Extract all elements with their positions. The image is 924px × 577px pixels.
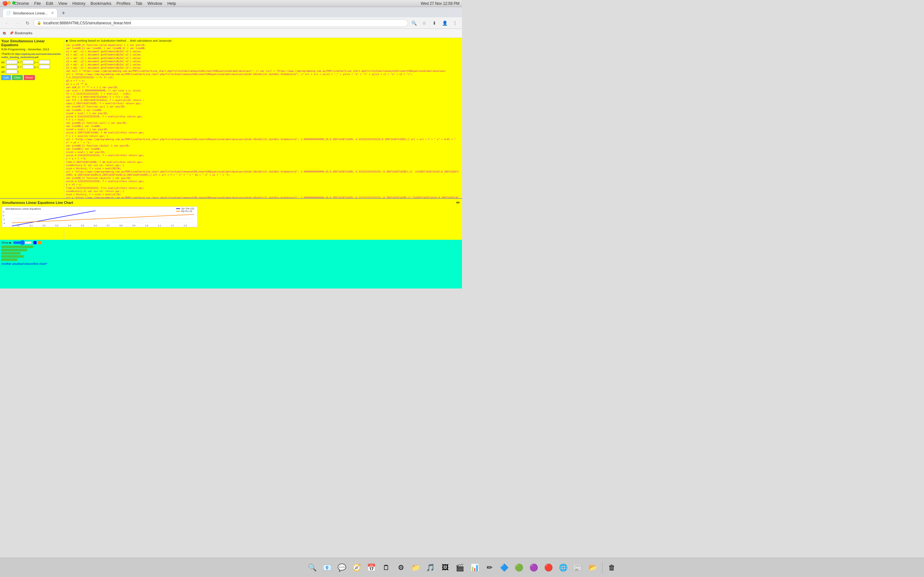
calc-button[interactable]: Calc [1, 75, 11, 80]
menu-bar: Chrome File Edit View History Bookmarks … [14, 1, 176, 6]
bookmark-button[interactable]: ☆ [420, 19, 429, 27]
chrome-toolbar: ← → ↻ 🔒 localhost:8888/HTMLCSS/simultane… [0, 17, 462, 29]
x-axis-label: 1.0 [140, 224, 153, 227]
y-label-n2: -2 [3, 218, 5, 221]
download-button[interactable]: ⬇ [430, 19, 439, 27]
legend-item-1: -3y=-10x (13) [176, 207, 194, 210]
toolbar-icons: 🔍 ☆ ⬇ 👤 ⋮ [409, 19, 459, 27]
x-axis-labels: 0.00.10.20.30.40.50.60.70.80.91.01.11.21… [12, 224, 192, 227]
titlebar-datetime: Wed 27 Nov 12:58 PM [421, 1, 459, 6]
chart-section: Simultaneous Linear Equations Line Chart… [0, 198, 462, 230]
pencil-icon[interactable]: ✏ [456, 200, 460, 205]
eq2-y1-input[interactable] [23, 65, 34, 69]
close-button[interactable] [3, 1, 6, 5]
address-bar[interactable]: 🔒 localhost:8888/HTMLCSS/simultaneous_li… [33, 19, 408, 27]
tab-bar: 📄 Simultaneous Linear... ✕ + [0, 7, 462, 17]
another-link-container: Another area/bar/column/line chart? [1, 262, 461, 266]
url-text: localhost:8888/HTMLCSS/simultaneous_line… [43, 21, 131, 25]
show-working-bar: ▶ Show working based on Substitution Met… [66, 39, 460, 42]
titlebar: 🍎 Chrome File Edit View History Bookmark… [0, 0, 462, 7]
x-axis-label: 1.2 [166, 224, 179, 227]
refresh-button[interactable]: ↻ [23, 19, 32, 27]
menu-profiles[interactable]: Profiles [116, 1, 130, 6]
x-axis-label: 0.0 [12, 224, 25, 227]
eq1-x-label: x + [18, 61, 22, 64]
menu-help[interactable]: Help [168, 1, 176, 6]
menu-edit[interactable]: Edit [46, 1, 53, 6]
eq2-x-label: x + [18, 65, 22, 69]
x-axis-label: 0.7 [102, 224, 115, 227]
forward-button[interactable]: → [13, 19, 22, 27]
menu-file[interactable]: File [34, 1, 41, 6]
profile-button[interactable]: 👤 [440, 19, 449, 27]
menu-window[interactable]: Window [147, 1, 162, 6]
x-axis-label: 1.3 [179, 224, 192, 227]
eq3-t-label: t [18, 70, 19, 73]
green-bar [1, 252, 21, 255]
menu-chrome[interactable]: Chrome [14, 1, 29, 6]
legend-label-1: -3y=-10x (13) [181, 207, 194, 210]
y-label-n4: -4 [3, 221, 5, 226]
green-bars [1, 245, 461, 261]
y-label-0: 0 [3, 214, 5, 218]
x-axis-label: 0.2 [37, 224, 50, 227]
color-swatch-1 [33, 241, 37, 244]
chart-title-row: Simultaneous Linear Equations Line Chart… [2, 200, 460, 205]
eq3-label: a3: [1, 70, 5, 73]
x-axis-label: 1.1 [153, 224, 166, 227]
x-axis-label: 0.9 [128, 224, 140, 227]
browser-tab-1[interactable]: 📄 Simultaneous Linear... ✕ [3, 8, 57, 17]
x-axis-label: 0.1 [25, 224, 37, 227]
reset-button[interactable]: Reset [24, 75, 35, 80]
browser-content: Your Simultaneous Linear Equations RJM P… [0, 38, 462, 288]
eq1-x1-input[interactable] [6, 60, 17, 64]
button-row: Calc Clear Reset [1, 75, 63, 80]
tab-close-button[interactable]: ✕ [51, 11, 54, 15]
bookmarks-label: 📚 [3, 32, 6, 35]
x-axis-label: 0.8 [115, 224, 128, 227]
slider-row: Show ▶ [1, 241, 461, 244]
eq1-z1-input[interactable] [39, 60, 50, 64]
more-button[interactable]: ⋮ [451, 19, 459, 27]
x-axis-label: 0.4 [63, 224, 76, 227]
slider-label: Show ▶ [1, 241, 11, 244]
eq3-s-input[interactable] [6, 69, 17, 74]
clear-button[interactable]: Clear [12, 75, 23, 80]
y-label-2: 2 [3, 210, 5, 214]
show-working-label[interactable]: ▶ Show working based on Substitution Met… [66, 39, 173, 42]
eq1-y1-input[interactable] [23, 60, 34, 64]
bookmark-item[interactable]: 📌 Bookmarks [8, 31, 34, 36]
eq2-y-label: y = [34, 65, 38, 69]
menu-tab[interactable]: Tab [136, 1, 142, 6]
green-bar [1, 249, 27, 251]
another-chart-link[interactable]: Another area/bar/column/line chart? [1, 262, 47, 266]
zoom-button[interactable]: 🔍 [409, 19, 418, 27]
new-tab-button[interactable]: + [59, 9, 68, 17]
eq2-x1-input[interactable] [6, 65, 17, 69]
eq2-z1-input[interactable] [39, 65, 50, 69]
traffic-lights [3, 1, 15, 5]
x-axis-label: 0.3 [50, 224, 63, 227]
green-bar [1, 258, 17, 261]
tab-title: Simultaneous Linear... [13, 11, 48, 15]
minimize-button[interactable] [7, 1, 11, 5]
chart-area: Simultaneous Linear Equations -3y=-10x (… [2, 206, 198, 227]
thanks-text: Thanks to https://sydney.edu.au/mover/do… [1, 52, 63, 59]
maximize-button[interactable] [12, 1, 15, 5]
slider-input[interactable] [13, 241, 32, 244]
menu-view[interactable]: View [58, 1, 67, 6]
color-swatch-2 [38, 241, 41, 244]
chart-inner-title: Simultaneous Linear Equations [5, 207, 41, 210]
legend-line-1 [176, 208, 180, 209]
menu-bookmarks[interactable]: Bookmarks [90, 1, 111, 6]
eq1-y-label: y = [34, 61, 38, 64]
lock-icon: 🔒 [37, 21, 41, 25]
titlebar-left: 🍎 Chrome File Edit View History Bookmark… [3, 1, 176, 6]
green-bar [1, 255, 24, 258]
y-axis-labels: 2 0 -2 -4 [3, 210, 5, 226]
equation-row-3: a3: t [1, 69, 63, 74]
green-bar [1, 245, 33, 248]
chart-section-title: Simultaneous Linear Equations Line Chart [2, 201, 73, 205]
menu-history[interactable]: History [73, 1, 86, 6]
back-button[interactable]: ← [3, 19, 11, 27]
